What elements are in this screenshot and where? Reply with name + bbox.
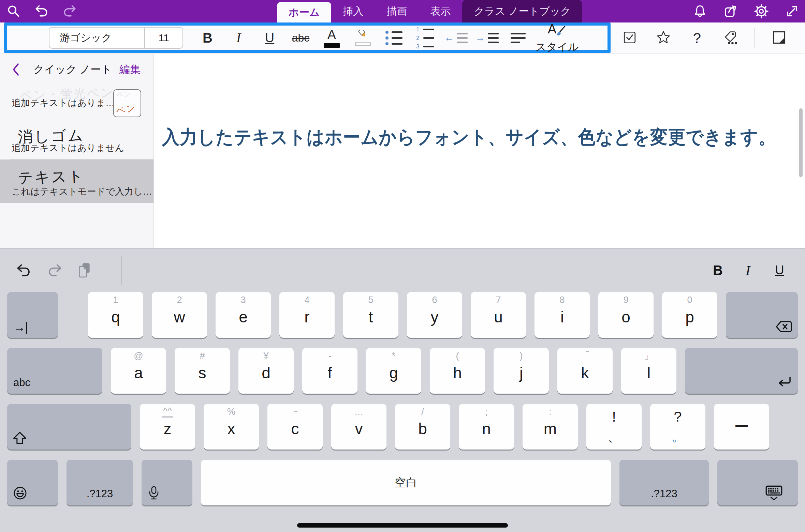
abc-mode-key[interactable]: abc <box>7 348 102 394</box>
share-icon[interactable] <box>723 4 738 19</box>
edit-button[interactable]: 編集 <box>119 62 141 77</box>
font-size-value[interactable]: 11 <box>144 28 182 48</box>
key-x[interactable]: %x <box>204 404 259 450</box>
key-y[interactable]: 6y <box>407 292 462 338</box>
key-e[interactable]: 3e <box>216 292 271 338</box>
note-canvas[interactable]: 入力したテキストはホームからフォント、サイズ、色などを変更できます。 <box>154 54 805 248</box>
question-key[interactable]: ?。 <box>650 404 705 450</box>
key-g[interactable]: *g <box>366 348 421 394</box>
dictation-key[interactable] <box>142 460 192 505</box>
key-z[interactable]: ^^z <box>140 404 195 450</box>
tab-key[interactable]: →| <box>7 292 58 338</box>
search-icon[interactable] <box>6 4 21 19</box>
key-w[interactable]: 2w <box>152 292 207 338</box>
notebook-section-title: クイック ノート <box>33 62 112 77</box>
key-l[interactable]: 」l <box>621 348 676 394</box>
question-tag-button[interactable]: ? <box>682 26 713 50</box>
key-a[interactable]: @a <box>111 348 166 394</box>
page-notes-button[interactable] <box>763 26 794 50</box>
key-v[interactable]: …v <box>331 404 386 450</box>
return-key[interactable] <box>685 348 798 394</box>
numbers-key[interactable]: .?123 <box>67 460 133 505</box>
kb-underline-button[interactable]: U <box>775 263 784 277</box>
key-d[interactable]: ¥d <box>238 348 294 394</box>
long-dash-key[interactable]: ー <box>714 404 769 450</box>
important-tag-button[interactable] <box>648 26 679 50</box>
notifications-icon[interactable] <box>692 4 707 19</box>
key-u[interactable]: 7u <box>471 292 526 338</box>
tab-5[interactable]: クラス ノートブック <box>462 0 582 22</box>
key-t[interactable]: 5t <box>343 292 398 338</box>
alignment-icon <box>511 33 526 43</box>
kb-bold-button[interactable]: B <box>713 263 723 278</box>
undo-icon[interactable] <box>34 4 49 19</box>
thumbnail-orange-ink: ペン <box>115 102 137 117</box>
key-j[interactable]: )j <box>494 348 549 394</box>
kb-redo-icon[interactable] <box>46 263 63 277</box>
key-s[interactable]: #s <box>175 348 230 394</box>
indent-icon: → <box>475 33 499 43</box>
underline-button[interactable]: U <box>254 26 285 50</box>
key-p[interactable]: 0p <box>662 292 717 338</box>
indent-button[interactable]: → <box>471 26 502 50</box>
bold-button[interactable]: B <box>192 26 223 50</box>
key-i[interactable]: 8i <box>535 292 590 338</box>
styles-button[interactable]: A スタイル <box>536 26 579 50</box>
font-color-button[interactable]: A <box>316 26 347 50</box>
highlight-button[interactable] <box>347 26 378 50</box>
bullet-list-button[interactable] <box>378 26 409 50</box>
tab-icon: →| <box>13 320 27 334</box>
kb-italic-button[interactable]: I <box>746 262 750 278</box>
kb-undo-icon[interactable] <box>16 263 32 277</box>
dismiss-keyboard-key[interactable] <box>717 460 798 505</box>
key-o[interactable]: 9o <box>598 292 654 338</box>
page-list-item[interactable]: テキストこれはテキストモードで入力し… <box>0 159 153 203</box>
fullscreen-icon[interactable] <box>785 4 800 19</box>
onenote-app: ホーム挿入描画表示クラス ノートブック 游ゴシック 11 B I U abc A <box>0 0 805 532</box>
note-body-text[interactable]: 入力したテキストはホームからフォント、サイズ、色などを変更できます。 <box>162 125 776 150</box>
keyboard-row-4: .?123空白.?123 <box>0 460 805 505</box>
shift-key[interactable] <box>7 404 131 450</box>
todo-tag-button[interactable] <box>614 26 645 50</box>
exclamation-key[interactable]: !、 <box>586 404 642 450</box>
numbered-list-button[interactable]: 1 2 3 <box>409 26 440 50</box>
key-c[interactable]: ~c <box>267 404 323 450</box>
tab-1[interactable]: ホーム <box>277 2 331 22</box>
home-indicator[interactable] <box>297 523 508 528</box>
font-name-value[interactable]: 游ゴシック <box>49 28 144 48</box>
tab-2[interactable]: 挿入 <box>331 0 375 22</box>
kb-paste-icon[interactable] <box>77 262 91 278</box>
page-list-item[interactable]: ペン・蛍光ペン追加テキストはありま…ペンペン <box>0 85 153 119</box>
redo-icon[interactable] <box>62 4 77 19</box>
key-b[interactable]: /b <box>395 404 450 450</box>
page-thumbnail: ペンペン <box>113 89 141 117</box>
key-h[interactable]: (h <box>430 348 485 394</box>
key-n[interactable]: ;n <box>459 404 514 450</box>
tab-4[interactable]: 表示 <box>419 0 462 22</box>
key-m[interactable]: :m <box>523 404 578 450</box>
more-tags-button[interactable] <box>715 26 746 50</box>
font-selector[interactable]: 游ゴシック 11 <box>49 27 183 49</box>
key-k[interactable]: 「k <box>557 348 613 394</box>
page-list-item[interactable]: 消しゴム追加テキストはありません <box>0 119 153 159</box>
key-q[interactable]: 1q <box>88 292 143 338</box>
emoji-key[interactable] <box>7 460 58 505</box>
backspace-key[interactable] <box>726 292 798 338</box>
strikethrough-button[interactable]: abc <box>285 26 316 50</box>
sticky-note-icon <box>772 30 787 46</box>
page-subtitle: 追加テキストはありません <box>12 142 124 154</box>
alignment-button[interactable] <box>502 26 533 50</box>
sidebar-header: クイック ノート 編集 <box>0 54 153 85</box>
key-r[interactable]: 4r <box>279 292 335 338</box>
italic-button[interactable]: I <box>223 26 254 50</box>
tab-3[interactable]: 描画 <box>375 0 419 22</box>
vertical-scrollbar[interactable] <box>799 108 803 177</box>
outdent-button[interactable]: ← <box>440 26 471 50</box>
back-button[interactable] <box>12 62 24 77</box>
settings-icon[interactable] <box>754 4 769 19</box>
page-list: ペン・蛍光ペン追加テキストはありま…ペンペン消しゴム追加テキストはありませんテキ… <box>0 85 153 203</box>
page-title-handwriting: テキスト <box>17 166 85 188</box>
space-key[interactable]: 空白 <box>201 460 611 505</box>
numbers-key-right[interactable]: .?123 <box>619 460 709 505</box>
key-f[interactable]: -f <box>302 348 357 394</box>
